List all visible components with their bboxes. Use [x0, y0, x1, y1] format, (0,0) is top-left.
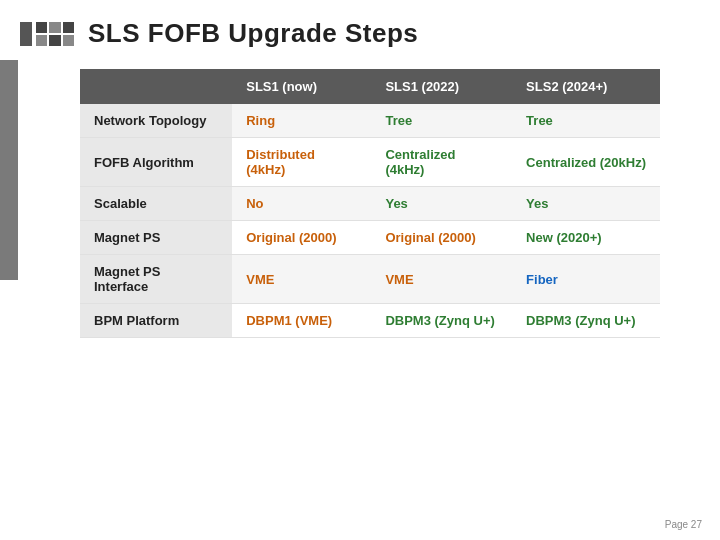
col-header-feature — [80, 69, 232, 104]
cell-sls1_2022: Yes — [371, 187, 512, 221]
cell-sls2_2024: New (2020+) — [512, 221, 660, 255]
cell-sls2_2024: Centralized (20kHz) — [512, 138, 660, 187]
col-header-sls1-2022: SLS1 (2022) — [371, 69, 512, 104]
cell-sls1_now: Original (2000) — [232, 221, 371, 255]
table-row: Magnet PSOriginal (2000)Original (2000)N… — [80, 221, 660, 255]
page-number: Page 27 — [665, 519, 702, 530]
cell-sls1_2022: Centralized (4kHz) — [371, 138, 512, 187]
main-content: SLS1 (now) SLS1 (2022) SLS2 (2024+) Netw… — [0, 59, 720, 348]
cell-feature: Magnet PS Interface — [80, 255, 232, 304]
cell-sls2_2024: Yes — [512, 187, 660, 221]
page-header: SLS FOFB Upgrade Steps — [0, 0, 720, 59]
cell-sls1_2022: VME — [371, 255, 512, 304]
cell-feature: Network Topology — [80, 104, 232, 138]
accent-bar — [0, 60, 18, 280]
page-title: SLS FOFB Upgrade Steps — [88, 18, 418, 49]
logo-rect — [20, 22, 32, 46]
table-row: ScalableNoYesYes — [80, 187, 660, 221]
cell-sls1_2022: DBPM3 (Zynq U+) — [371, 304, 512, 338]
logo — [20, 22, 74, 46]
cell-sls2_2024: DBPM3 (Zynq U+) — [512, 304, 660, 338]
cell-sls2_2024: Tree — [512, 104, 660, 138]
cell-sls1_2022: Tree — [371, 104, 512, 138]
cell-sls2_2024: Fiber — [512, 255, 660, 304]
cell-feature: FOFB Algorithm — [80, 138, 232, 187]
table-body: Network TopologyRingTreeTreeFOFB Algorit… — [80, 104, 660, 338]
col-header-sls1-now: SLS1 (now) — [232, 69, 371, 104]
col-header-sls2-2024: SLS2 (2024+) — [512, 69, 660, 104]
cell-sls1_now: No — [232, 187, 371, 221]
cell-sls1_2022: Original (2000) — [371, 221, 512, 255]
logo-grid — [36, 22, 74, 46]
table-header: SLS1 (now) SLS1 (2022) SLS2 (2024+) — [80, 69, 660, 104]
cell-feature: BPM Platform — [80, 304, 232, 338]
cell-sls1_now: Distributed (4kHz) — [232, 138, 371, 187]
cell-sls1_now: Ring — [232, 104, 371, 138]
comparison-table: SLS1 (now) SLS1 (2022) SLS2 (2024+) Netw… — [80, 69, 660, 338]
table-row: BPM PlatformDBPM1 (VME)DBPM3 (Zynq U+)DB… — [80, 304, 660, 338]
cell-sls1_now: DBPM1 (VME) — [232, 304, 371, 338]
cell-sls1_now: VME — [232, 255, 371, 304]
table-row: FOFB AlgorithmDistributed (4kHz)Centrali… — [80, 138, 660, 187]
comparison-table-wrapper: SLS1 (now) SLS1 (2022) SLS2 (2024+) Netw… — [80, 69, 660, 338]
table-row: Network TopologyRingTreeTree — [80, 104, 660, 138]
cell-feature: Magnet PS — [80, 221, 232, 255]
cell-feature: Scalable — [80, 187, 232, 221]
table-row: Magnet PS InterfaceVMEVMEFiber — [80, 255, 660, 304]
